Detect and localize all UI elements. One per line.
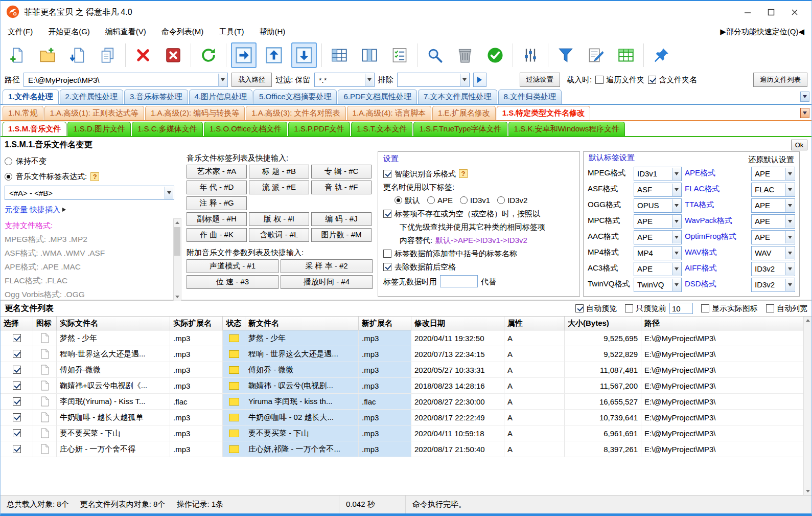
tab-truetype-files[interactable]: 1.S.F.TrueType字体文件 [413, 122, 507, 136]
col-attributes[interactable]: 属性 [504, 317, 565, 330]
tab-text-attributes[interactable]: 7.文本文件属性处理 [418, 89, 497, 104]
table-row[interactable]: 要不要买菜 - 下山 .mp3 要不要买菜 - 下山 .mp3 2020/04/… [1, 425, 803, 441]
table-row[interactable]: 鞠婧祎+叹云兮电视剧《... .mp3 鞠婧祎 - 叹云兮(电视剧... .mp… [1, 378, 803, 394]
apply-filter-button[interactable] [473, 73, 486, 87]
toggle-columns-button[interactable] [357, 42, 382, 68]
table-row[interactable]: 梦然 - 少年 .mp3 梦然 - 少年 .mp3 2020/04/11 19:… [1, 330, 803, 346]
tag-subtitle-button[interactable]: 副标题 - #H [187, 212, 247, 226]
show-real-icons-checkbox[interactable]: 显示实际图标 [701, 304, 758, 313]
save-list-button[interactable] [95, 42, 121, 68]
tab-strip2-overflow-button[interactable] [800, 108, 809, 118]
ape-format-label[interactable]: APE格式 [685, 168, 748, 178]
execute-button[interactable] [482, 42, 508, 68]
smart-detect-checkbox[interactable] [383, 170, 391, 178]
bracket-prefix-checkbox[interactable] [383, 250, 391, 258]
flac-format-select[interactable]: FLAC [751, 183, 795, 197]
edit-list-button[interactable] [583, 42, 609, 68]
tab-office-summary[interactable]: 5.Office文档摘要处理 [253, 89, 337, 104]
quick-insert-link[interactable]: 快捷插入 [30, 205, 60, 215]
menu-help[interactable]: 帮助(H) [259, 27, 285, 37]
param-channel-mode-button[interactable]: 声道模式 - #1 [187, 259, 279, 273]
tag-genre-button[interactable]: 流 派 - #E [249, 181, 309, 194]
dsd-format-select[interactable]: ID3v2 [751, 278, 795, 292]
scroll-thumb[interactable] [174, 227, 180, 256]
tab-strip1-overflow-button[interactable] [800, 92, 809, 102]
traverse-folders-checkbox[interactable]: 遍历文件夹 [595, 75, 644, 85]
expression-combobox[interactable]: <#A> - <#B> [5, 186, 174, 200]
wavpack-format-label[interactable]: WavPack格式 [685, 216, 748, 226]
traverse-file-list-button[interactable]: 遍历文件列表 [753, 73, 807, 87]
ac3-format-select[interactable]: APE [634, 262, 682, 276]
tag-encoder-button[interactable]: 编 码 - #J [311, 212, 372, 226]
tab-pdf-attributes[interactable]: 6.PDF文档属性处理 [338, 89, 417, 104]
keep-unchanged-radio-circle[interactable] [5, 158, 12, 165]
tag-composer-button[interactable]: 作 曲 - #K [187, 228, 247, 242]
aiff-format-label[interactable]: AIFF格式 [685, 263, 748, 273]
load-path-button[interactable]: 载入路径 [231, 73, 272, 87]
preview-count-input[interactable] [669, 303, 693, 314]
col-actual-ext[interactable]: 实际扩展名 [170, 317, 223, 330]
filter-button[interactable] [553, 42, 578, 68]
flac-format-label[interactable]: FLAC格式 [685, 184, 748, 194]
tag-artist-button[interactable]: 艺术家 - #A [187, 165, 247, 178]
tta-format-select[interactable]: APE [751, 198, 795, 213]
table-row[interactable]: 李闰珉(Yiruma) - Kiss T... .flac Yiruma 李闰珉… [1, 394, 803, 410]
tag-expression-radio-circle[interactable] [5, 173, 12, 181]
smart-detect-help-icon[interactable]: ? [459, 169, 468, 178]
wav-format-label[interactable]: WAV格式 [685, 248, 748, 257]
pin-button[interactable] [648, 42, 674, 68]
new-file-button[interactable] [5, 42, 30, 68]
row-checkbox[interactable] [13, 382, 21, 390]
trim-spaces-checkbox[interactable] [383, 263, 391, 271]
col-path[interactable]: 路径 [641, 317, 803, 330]
tab-extension-modify[interactable]: 1.E.扩展名修改 [432, 106, 496, 120]
tab-pdf-files[interactable]: 1.S.P.PDF文件 [288, 122, 350, 136]
tag-priority-checkbox[interactable] [383, 210, 391, 218]
tab-music-tags[interactable]: 3.音乐标签处理 [124, 89, 188, 104]
tag-source-ape-radio[interactable]: APE [427, 195, 453, 205]
row-checkbox[interactable] [13, 445, 21, 453]
meta-variable-link[interactable]: 元变量 [5, 205, 28, 215]
tab-advanced-encoding[interactable]: 1.A.高级(2): 编码与转换等 [145, 106, 245, 120]
row-checkbox[interactable] [13, 366, 21, 374]
mpc-format-select[interactable]: APE [634, 214, 682, 229]
minimize-button[interactable] [736, 4, 759, 21]
mp4-format-select[interactable]: MP4 [634, 246, 682, 260]
expression-help-icon[interactable]: ? [90, 172, 99, 181]
menu-file[interactable]: 文件(F) [8, 27, 33, 37]
tag-expression-radio[interactable]: 音乐文件标签表达式: ? [5, 169, 181, 184]
adjust-settings-button[interactable] [518, 42, 543, 68]
tag-source-id3v2-radio[interactable]: ID3v2 [497, 195, 527, 205]
aac-format-select[interactable]: APE [634, 230, 682, 244]
path-combobox[interactable]: E:\@MyProject\MP3\ [24, 73, 228, 87]
move-right-button[interactable] [231, 42, 257, 68]
ogg-format-select[interactable]: OPUS [634, 198, 682, 213]
clear-list-button[interactable] [160, 42, 186, 68]
clear-filter-button[interactable] [452, 42, 478, 68]
row-checkbox[interactable] [13, 350, 21, 358]
row-checkbox[interactable] [13, 429, 21, 437]
tab-multimedia-files[interactable]: 1.S.C.多媒体文件 [132, 122, 203, 136]
search-button[interactable] [422, 42, 448, 68]
scroll-down-icon[interactable] [174, 293, 181, 301]
tab-normal[interactable]: 1.N.常规 [3, 106, 43, 120]
tab-file-classify[interactable]: 8.文件归类处理 [498, 89, 562, 104]
auto-preview-checkbox[interactable]: 自动预览 [575, 304, 617, 313]
col-new-ext[interactable]: 新扩展名 [359, 317, 411, 330]
toggle-left-panel-button[interactable] [327, 42, 352, 68]
exclude-combobox[interactable] [397, 73, 470, 87]
row-checkbox[interactable] [13, 397, 21, 406]
list-settings-button[interactable] [387, 42, 412, 68]
col-size[interactable]: 大小(Bytes) [565, 317, 641, 330]
move-down-button[interactable] [291, 42, 317, 68]
optimfrog-format-select[interactable]: APE [751, 230, 795, 244]
tag-album-button[interactable]: 专 辑 - #C [311, 165, 372, 178]
restore-defaults-link[interactable]: 还原默认设置 [748, 155, 794, 165]
tag-lyrics-button[interactable]: 含歌词 - #L [249, 228, 309, 242]
tag-comment-button[interactable]: 注 释 - #G [187, 196, 247, 210]
optimfrog-format-label[interactable]: OptimFrog格式 [685, 232, 748, 241]
auto-column-width-checkbox[interactable]: 自动列宽 [766, 304, 807, 313]
menu-start-rename[interactable]: 开始更名(G) [48, 27, 90, 37]
menu-edit-view[interactable]: 编辑查看(V) [105, 27, 146, 37]
row-checkbox[interactable] [13, 334, 21, 342]
